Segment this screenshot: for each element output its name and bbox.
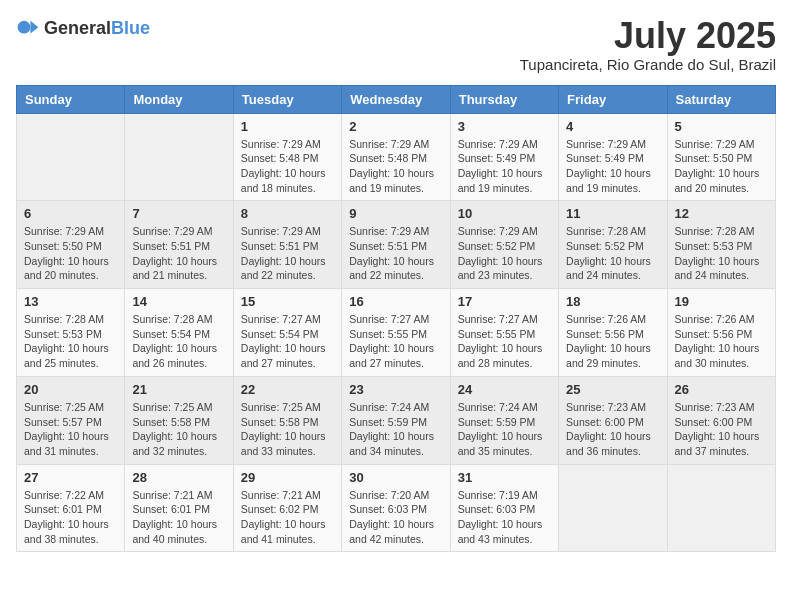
month-title: July 2025 [520, 16, 776, 56]
day-detail: Sunrise: 7:23 AMSunset: 6:00 PMDaylight:… [566, 400, 659, 459]
day-detail: Sunrise: 7:24 AMSunset: 5:59 PMDaylight:… [458, 400, 551, 459]
day-detail: Sunrise: 7:26 AMSunset: 5:56 PMDaylight:… [675, 312, 768, 371]
calendar-cell: 5Sunrise: 7:29 AMSunset: 5:50 PMDaylight… [667, 113, 775, 201]
logo-text-general: General [44, 18, 111, 38]
day-number: 26 [675, 382, 768, 397]
day-number: 12 [675, 206, 768, 221]
day-detail: Sunrise: 7:29 AMSunset: 5:50 PMDaylight:… [24, 224, 117, 283]
day-number: 5 [675, 119, 768, 134]
day-number: 9 [349, 206, 442, 221]
calendar-cell: 29Sunrise: 7:21 AMSunset: 6:02 PMDayligh… [233, 464, 341, 552]
calendar-table: SundayMondayTuesdayWednesdayThursdayFrid… [16, 85, 776, 553]
day-number: 16 [349, 294, 442, 309]
day-detail: Sunrise: 7:29 AMSunset: 5:52 PMDaylight:… [458, 224, 551, 283]
day-detail: Sunrise: 7:26 AMSunset: 5:56 PMDaylight:… [566, 312, 659, 371]
calendar-cell: 17Sunrise: 7:27 AMSunset: 5:55 PMDayligh… [450, 289, 558, 377]
calendar-week-row: 27Sunrise: 7:22 AMSunset: 6:01 PMDayligh… [17, 464, 776, 552]
day-detail: Sunrise: 7:29 AMSunset: 5:49 PMDaylight:… [566, 137, 659, 196]
header-cell: Sunday [17, 85, 125, 113]
calendar-header-row: SundayMondayTuesdayWednesdayThursdayFrid… [17, 85, 776, 113]
day-detail: Sunrise: 7:28 AMSunset: 5:53 PMDaylight:… [24, 312, 117, 371]
day-detail: Sunrise: 7:21 AMSunset: 6:02 PMDaylight:… [241, 488, 334, 547]
day-number: 25 [566, 382, 659, 397]
calendar-cell: 16Sunrise: 7:27 AMSunset: 5:55 PMDayligh… [342, 289, 450, 377]
day-number: 23 [349, 382, 442, 397]
day-detail: Sunrise: 7:29 AMSunset: 5:48 PMDaylight:… [349, 137, 442, 196]
day-number: 11 [566, 206, 659, 221]
calendar-cell [559, 464, 667, 552]
day-number: 2 [349, 119, 442, 134]
calendar-cell: 28Sunrise: 7:21 AMSunset: 6:01 PMDayligh… [125, 464, 233, 552]
day-number: 4 [566, 119, 659, 134]
title-area: July 2025 Tupancireta, Rio Grande do Sul… [520, 16, 776, 73]
header-cell: Friday [559, 85, 667, 113]
calendar-cell: 9Sunrise: 7:29 AMSunset: 5:51 PMDaylight… [342, 201, 450, 289]
day-number: 3 [458, 119, 551, 134]
calendar-cell: 25Sunrise: 7:23 AMSunset: 6:00 PMDayligh… [559, 376, 667, 464]
page-header: GeneralBlue July 2025 Tupancireta, Rio G… [16, 16, 776, 73]
day-number: 7 [132, 206, 225, 221]
calendar-cell: 7Sunrise: 7:29 AMSunset: 5:51 PMDaylight… [125, 201, 233, 289]
day-detail: Sunrise: 7:23 AMSunset: 6:00 PMDaylight:… [675, 400, 768, 459]
day-number: 18 [566, 294, 659, 309]
day-number: 14 [132, 294, 225, 309]
calendar-cell: 3Sunrise: 7:29 AMSunset: 5:49 PMDaylight… [450, 113, 558, 201]
day-detail: Sunrise: 7:29 AMSunset: 5:50 PMDaylight:… [675, 137, 768, 196]
calendar-cell [667, 464, 775, 552]
day-number: 21 [132, 382, 225, 397]
calendar-cell: 27Sunrise: 7:22 AMSunset: 6:01 PMDayligh… [17, 464, 125, 552]
day-number: 13 [24, 294, 117, 309]
day-number: 17 [458, 294, 551, 309]
calendar-cell: 11Sunrise: 7:28 AMSunset: 5:52 PMDayligh… [559, 201, 667, 289]
calendar-cell: 12Sunrise: 7:28 AMSunset: 5:53 PMDayligh… [667, 201, 775, 289]
svg-point-0 [18, 21, 31, 34]
calendar-cell: 22Sunrise: 7:25 AMSunset: 5:58 PMDayligh… [233, 376, 341, 464]
logo: GeneralBlue [16, 16, 150, 40]
header-cell: Wednesday [342, 85, 450, 113]
day-number: 29 [241, 470, 334, 485]
day-detail: Sunrise: 7:27 AMSunset: 5:55 PMDaylight:… [349, 312, 442, 371]
day-detail: Sunrise: 7:19 AMSunset: 6:03 PMDaylight:… [458, 488, 551, 547]
header-cell: Thursday [450, 85, 558, 113]
header-cell: Monday [125, 85, 233, 113]
calendar-week-row: 6Sunrise: 7:29 AMSunset: 5:50 PMDaylight… [17, 201, 776, 289]
day-detail: Sunrise: 7:25 AMSunset: 5:58 PMDaylight:… [241, 400, 334, 459]
day-number: 24 [458, 382, 551, 397]
day-number: 22 [241, 382, 334, 397]
day-detail: Sunrise: 7:24 AMSunset: 5:59 PMDaylight:… [349, 400, 442, 459]
calendar-week-row: 20Sunrise: 7:25 AMSunset: 5:57 PMDayligh… [17, 376, 776, 464]
calendar-cell: 18Sunrise: 7:26 AMSunset: 5:56 PMDayligh… [559, 289, 667, 377]
day-detail: Sunrise: 7:28 AMSunset: 5:52 PMDaylight:… [566, 224, 659, 283]
calendar-cell [125, 113, 233, 201]
day-detail: Sunrise: 7:29 AMSunset: 5:51 PMDaylight:… [241, 224, 334, 283]
calendar-cell: 19Sunrise: 7:26 AMSunset: 5:56 PMDayligh… [667, 289, 775, 377]
day-number: 1 [241, 119, 334, 134]
day-detail: Sunrise: 7:20 AMSunset: 6:03 PMDaylight:… [349, 488, 442, 547]
day-number: 31 [458, 470, 551, 485]
calendar-cell: 2Sunrise: 7:29 AMSunset: 5:48 PMDaylight… [342, 113, 450, 201]
day-number: 8 [241, 206, 334, 221]
day-number: 27 [24, 470, 117, 485]
calendar-cell: 31Sunrise: 7:19 AMSunset: 6:03 PMDayligh… [450, 464, 558, 552]
calendar-cell: 6Sunrise: 7:29 AMSunset: 5:50 PMDaylight… [17, 201, 125, 289]
calendar-cell: 8Sunrise: 7:29 AMSunset: 5:51 PMDaylight… [233, 201, 341, 289]
day-number: 20 [24, 382, 117, 397]
day-detail: Sunrise: 7:29 AMSunset: 5:51 PMDaylight:… [132, 224, 225, 283]
day-detail: Sunrise: 7:27 AMSunset: 5:54 PMDaylight:… [241, 312, 334, 371]
day-detail: Sunrise: 7:21 AMSunset: 6:01 PMDaylight:… [132, 488, 225, 547]
calendar-cell [17, 113, 125, 201]
day-detail: Sunrise: 7:29 AMSunset: 5:51 PMDaylight:… [349, 224, 442, 283]
calendar-cell: 21Sunrise: 7:25 AMSunset: 5:58 PMDayligh… [125, 376, 233, 464]
day-detail: Sunrise: 7:25 AMSunset: 5:57 PMDaylight:… [24, 400, 117, 459]
calendar-body: 1Sunrise: 7:29 AMSunset: 5:48 PMDaylight… [17, 113, 776, 552]
day-detail: Sunrise: 7:29 AMSunset: 5:49 PMDaylight:… [458, 137, 551, 196]
calendar-cell: 10Sunrise: 7:29 AMSunset: 5:52 PMDayligh… [450, 201, 558, 289]
calendar-cell: 15Sunrise: 7:27 AMSunset: 5:54 PMDayligh… [233, 289, 341, 377]
calendar-cell: 13Sunrise: 7:28 AMSunset: 5:53 PMDayligh… [17, 289, 125, 377]
location-title: Tupancireta, Rio Grande do Sul, Brazil [520, 56, 776, 73]
day-number: 15 [241, 294, 334, 309]
day-number: 19 [675, 294, 768, 309]
day-detail: Sunrise: 7:29 AMSunset: 5:48 PMDaylight:… [241, 137, 334, 196]
calendar-week-row: 1Sunrise: 7:29 AMSunset: 5:48 PMDaylight… [17, 113, 776, 201]
day-number: 10 [458, 206, 551, 221]
